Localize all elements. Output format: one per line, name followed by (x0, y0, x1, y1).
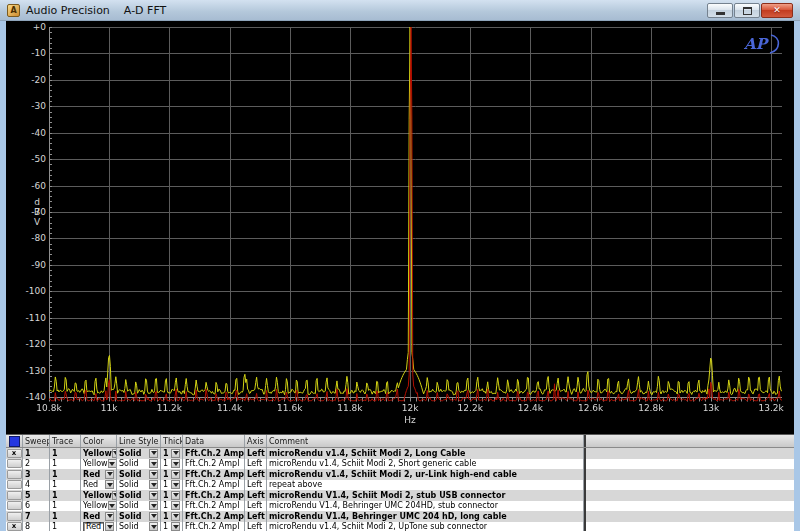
line-style-dropdown-icon[interactable] (149, 449, 158, 458)
trace-number-cell: 1 (50, 490, 81, 501)
x-tick-label: 12.6k (578, 404, 603, 413)
color-select-cell[interactable]: Red (81, 469, 117, 480)
line-style-select-cell[interactable]: Solid (117, 511, 161, 522)
row-select-button[interactable] (6, 490, 23, 501)
data-source-cell[interactable]: Fft.Ch.2 Ampl (183, 501, 245, 512)
thickness-select-cell[interactable]: 1 (161, 490, 183, 501)
line-style-select-cell[interactable]: Solid (117, 448, 161, 459)
line-style-select-cell[interactable]: Solid (117, 459, 161, 470)
row-select-button[interactable]: x (6, 522, 23, 531)
line-style-dropdown-icon[interactable] (149, 501, 158, 510)
sweep-number-cell: 7 (23, 511, 50, 522)
row-select-button[interactable]: x (6, 448, 23, 459)
color-select-cell[interactable]: Yellow (81, 501, 117, 512)
trace-number-cell: 1 (50, 469, 81, 480)
color-dropdown-icon[interactable] (105, 470, 114, 479)
maximize-button[interactable] (734, 3, 760, 18)
thickness-select-cell[interactable]: 1 (161, 469, 183, 480)
thickness-dropdown-icon[interactable] (171, 522, 180, 531)
thickness-dropdown-icon[interactable] (171, 470, 180, 479)
thickness-select-cell[interactable]: 1 (161, 522, 183, 531)
row-select-button[interactable] (6, 459, 23, 470)
line-style-value: Solid (119, 459, 139, 468)
row-select-button[interactable] (6, 511, 23, 522)
line-style-dropdown-icon[interactable] (149, 480, 158, 489)
thickness-dropdown-icon[interactable] (171, 501, 180, 510)
close-button[interactable]: ✕ (761, 3, 793, 18)
line-style-dropdown-icon[interactable] (149, 459, 158, 468)
thickness-select-cell[interactable]: 1 (161, 501, 183, 512)
y-tick-label: -140 (10, 393, 46, 402)
thickness-dropdown-icon[interactable] (171, 459, 180, 468)
fft-chart-panel: +0-10-20-30-40-50-60-70-80-90-100-110-12… (6, 21, 794, 434)
x-tick-label: 11.4k (217, 404, 242, 413)
thickness-select-cell[interactable]: 1 (161, 448, 183, 459)
comment-cell[interactable]: microRendu V1.4, Behringer UMC 204 hD, l… (267, 511, 584, 522)
title-bar[interactable]: A Audio PrecisionA-D FFT ✕ (0, 0, 800, 21)
line-style-select-cell[interactable]: Solid (117, 490, 161, 501)
thickness-value: 1 (163, 470, 169, 479)
data-source-cell[interactable]: Fft.Ch.2 Ampl (183, 490, 245, 501)
trace-number-cell: 1 (50, 448, 81, 459)
comment-cell[interactable]: repeat above (267, 480, 584, 491)
row-select-button[interactable] (6, 480, 23, 491)
line-style-select-cell[interactable]: Solid (117, 469, 161, 480)
row-select-button[interactable] (6, 469, 23, 480)
data-source-cell[interactable]: Fft.Ch.2 Ampl (183, 522, 245, 531)
axis-cell: Left (245, 501, 267, 512)
row-select-button[interactable] (6, 501, 23, 512)
color-value: Yellow (83, 491, 112, 500)
color-select-cell[interactable]: Red (81, 522, 117, 531)
line-style-value: Solid (119, 522, 139, 531)
comment-cell[interactable]: microRendu v1.4, Schiit Modi 2, Short ge… (267, 459, 584, 470)
axis-cell: Left (245, 490, 267, 501)
comment-cell[interactable]: microRendu V1.4, Behringer UMC 204HD, st… (267, 501, 584, 512)
minimize-button[interactable] (707, 3, 733, 18)
line-style-select-cell[interactable]: Solid (117, 480, 161, 491)
line-style-select-cell[interactable]: Solid (117, 501, 161, 512)
data-source-cell[interactable]: Fft.Ch.2 Ampl (183, 469, 245, 480)
column-header-data: Data (183, 435, 245, 447)
row-select-box (7, 491, 22, 500)
color-dropdown-icon[interactable] (105, 512, 114, 521)
column-header-color: Color (81, 435, 117, 447)
data-source-cell[interactable]: Fft.Ch.2 Ampl (183, 511, 245, 522)
color-dropdown-icon[interactable] (105, 480, 114, 489)
thickness-dropdown-icon[interactable] (171, 491, 180, 500)
thickness-select-cell[interactable]: 1 (161, 480, 183, 491)
color-select-cell[interactable]: Red (81, 480, 117, 491)
color-select-cell[interactable]: Yellow (81, 490, 117, 501)
column-header-line-style: Line Style (117, 435, 161, 447)
thickness-select-cell[interactable]: 1 (161, 511, 183, 522)
color-value: Yellow (83, 449, 112, 458)
comment-cell[interactable]: microRendu v1.4, Schiit Modi 2, Long Cab… (267, 448, 584, 459)
comment-cell[interactable]: microRendu V1.4, Schiit Modi 2, stub USB… (267, 490, 584, 501)
row-select-box (7, 512, 22, 521)
color-dropdown-icon[interactable] (108, 501, 117, 510)
color-select-cell[interactable]: Yellow (81, 459, 117, 470)
thickness-select-cell[interactable]: 1 (161, 459, 183, 470)
line-style-dropdown-icon[interactable] (149, 522, 158, 531)
data-source-cell[interactable]: Fft.Ch.2 Ampl (183, 480, 245, 491)
color-value: Red (83, 522, 104, 531)
color-select-cell[interactable]: Yellow (81, 448, 117, 459)
comment-cell[interactable]: microRendu v1.4, Schiit Modi 2, UpTone s… (267, 522, 584, 531)
select-all-header[interactable] (6, 435, 23, 447)
y-tick-label: -120 (10, 340, 46, 349)
line-style-select-cell[interactable]: Solid (117, 522, 161, 531)
data-source-cell[interactable]: Fft.Ch.2 Ampl (183, 448, 245, 459)
select-header-icon (9, 436, 20, 447)
line-style-dropdown-icon[interactable] (149, 491, 158, 500)
sweep-row-3: 31RedSolid1Fft.Ch.2 AmplLeftmicroRendu v… (6, 469, 794, 480)
color-dropdown-icon[interactable] (108, 459, 117, 468)
data-source-cell[interactable]: Fft.Ch.2 Ampl (183, 459, 245, 470)
thickness-dropdown-icon[interactable] (171, 449, 180, 458)
color-select-cell[interactable]: Red (81, 511, 117, 522)
thickness-dropdown-icon[interactable] (171, 480, 180, 489)
thickness-dropdown-icon[interactable] (171, 512, 180, 521)
sweep-row-1: x11YellowSolid1Fft.Ch.2 AmplLeftmicroRen… (6, 448, 794, 459)
color-dropdown-icon[interactable] (105, 522, 114, 531)
line-style-dropdown-icon[interactable] (149, 470, 158, 479)
comment-cell[interactable]: microRendu v1.4, Schiit Modi 2, ur-Link … (267, 469, 584, 480)
line-style-dropdown-icon[interactable] (149, 512, 158, 521)
